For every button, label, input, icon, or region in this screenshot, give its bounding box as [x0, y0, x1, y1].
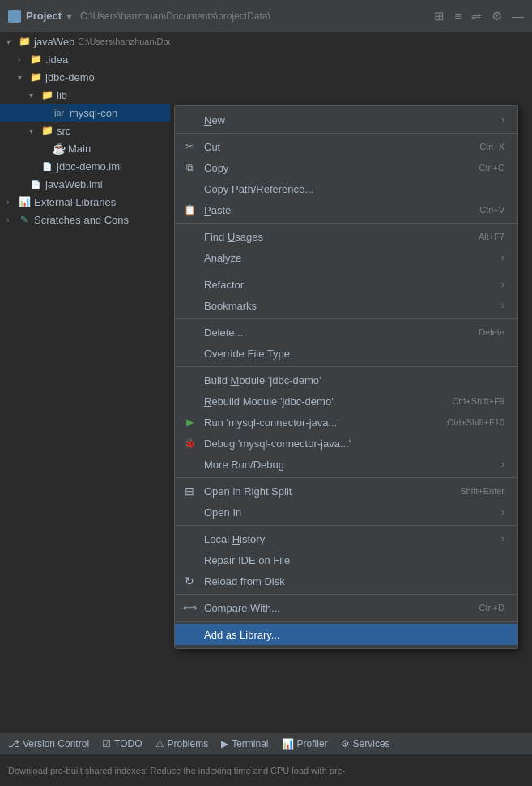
menu-label-find-usages: Find Usages	[204, 231, 479, 243]
settings-icon[interactable]: ⚙	[492, 9, 502, 23]
status-services[interactable]: ⚙ Services	[341, 738, 390, 750]
tree-path-javaWeb: C:\Users\hanzhuan\Documents\projectData\	[78, 36, 170, 46]
tree-item-mysql-con[interactable]: jar mysql-con	[0, 104, 170, 122]
menu-item-copy-path[interactable]: Copy Path/Reference...	[175, 178, 517, 199]
folder-icon-idea: 📁	[29, 53, 42, 66]
tree-label-javaweb-iml: javaWeb.iml	[45, 178, 103, 190]
tree-item-jdbc-demo[interactable]: ▾ 📁 jdbc-demo	[0, 68, 170, 86]
delete-icon	[183, 326, 196, 339]
menu-label-repair-ide: Repair IDE on File	[204, 554, 504, 566]
menu-item-add-library[interactable]: Add as Library...	[175, 624, 517, 645]
status-terminal[interactable]: ▶ Terminal	[221, 738, 268, 750]
local-history-icon	[183, 532, 196, 545]
menu-item-repair-ide[interactable]: Repair IDE on File	[175, 549, 517, 570]
arrow-src: ▾	[29, 126, 40, 135]
menu-item-compare[interactable]: ⟺ Compare With... Ctrl+D	[175, 597, 517, 618]
sep-3	[175, 271, 517, 271]
arrow-right-open-in: ›	[501, 506, 504, 518]
project-panel: ▾ 📁 javaWeb C:\Users\hanzhuan\Documents\…	[0, 32, 170, 786]
menu-item-cut[interactable]: ✂ Cut Ctrl+X	[175, 136, 517, 157]
split-icon[interactable]: ⇌	[471, 9, 482, 23]
menu-item-copy[interactable]: ⧉ Copy Ctrl+C	[175, 157, 517, 178]
menu-item-bookmarks[interactable]: Bookmarks ›	[175, 295, 517, 316]
status-problems[interactable]: ⚠ Problems	[155, 738, 209, 750]
menu-item-debug[interactable]: 🐞 Debug 'mysql-connector-java...'	[175, 433, 517, 454]
sep-5	[175, 366, 517, 367]
menu-label-more-run: More Run/Debug	[204, 459, 501, 471]
minimize-icon[interactable]: —	[512, 9, 524, 23]
tree-item-lib[interactable]: ▾ 📁 lib	[0, 86, 170, 104]
menu-label-local-history: Local History	[204, 533, 501, 545]
todo-icon: ☑	[102, 738, 111, 750]
vc-icon: ⎇	[8, 738, 19, 750]
title-bar-controls: ⊞ ≡ ⇌ ⚙ —	[434, 9, 524, 23]
tree-item-idea[interactable]: › 📁 .idea	[0, 50, 170, 68]
arrow-right-analyze: ›	[501, 252, 504, 263]
tree-item-src[interactable]: ▾ 📁 src	[0, 122, 170, 139]
menu-item-run[interactable]: ▶ Run 'mysql-connector-java...' Ctrl+Shi…	[175, 412, 517, 433]
shortcut-compare: Ctrl+D	[479, 603, 504, 613]
tree-label-scratches: Scratches and Cons	[34, 214, 129, 226]
tree-label-src: src	[57, 125, 70, 137]
menu-label-new: New	[204, 114, 501, 126]
menu-item-delete[interactable]: Delete... Delete	[175, 322, 517, 343]
services-icon: ⚙	[341, 738, 350, 750]
tree-label-jdbc-iml: jdbc-demo.iml	[57, 160, 122, 173]
menu-item-paste[interactable]: 📋 Paste Ctrl+V	[175, 199, 517, 220]
tree-item-jdbc-iml[interactable]: 📄 jdbc-demo.iml	[0, 157, 170, 175]
copy-icon: ⧉	[183, 161, 196, 174]
menu-item-reload[interactable]: ↻ Reload from Disk	[175, 570, 517, 592]
refactor-icon	[183, 278, 196, 291]
find-icon	[183, 230, 196, 243]
arrow-right-bookmarks: ›	[501, 300, 504, 311]
status-version-control[interactable]: ⎇ Version Control	[8, 738, 89, 750]
arrow-ext-lib: ›	[6, 198, 18, 207]
tree-item-main[interactable]: ☕ Main	[0, 139, 170, 157]
add-library-icon	[183, 628, 196, 641]
tree-item-scratches[interactable]: › ✎ Scratches and Cons	[0, 211, 170, 229]
iml-icon-jdbc: 📄	[40, 160, 53, 173]
tree-label-ext-lib: External Libraries	[34, 196, 116, 208]
scratch-icon: ✎	[18, 213, 31, 226]
menu-item-build-module[interactable]: Build Module 'jdbc-demo'	[175, 370, 517, 391]
title-bar-dropdown[interactable]: ▾	[66, 10, 72, 23]
menu-item-local-history[interactable]: Local History ›	[175, 528, 517, 549]
arrow-jdbc-demo: ▾	[18, 73, 29, 82]
menu-item-new[interactable]: New ›	[175, 109, 517, 130]
tree-label-mysql-con: mysql-con	[70, 107, 117, 119]
reload-icon: ↻	[183, 575, 196, 587]
shortcut-copy: Ctrl+C	[479, 163, 504, 173]
menu-label-copy: Copy	[204, 162, 479, 174]
menu-item-open-in[interactable]: Open In ›	[175, 502, 517, 523]
menu-item-rebuild-module[interactable]: Rebuild Module 'jdbc-demo' Ctrl+Shift+F9	[175, 391, 517, 412]
tree-label-idea: .idea	[45, 53, 68, 66]
menu-item-open-right[interactable]: ⊟ Open in Right Split Shift+Enter	[175, 481, 517, 502]
status-todo[interactable]: ☑ TODO	[102, 738, 142, 750]
override-icon	[183, 347, 196, 360]
menu-item-refactor[interactable]: Refactor ›	[175, 274, 517, 295]
todo-label: TODO	[114, 738, 142, 750]
align-icon[interactable]: ≡	[454, 9, 462, 23]
tree-item-javaweb-iml[interactable]: 📄 javaWeb.iml	[0, 175, 170, 193]
shortcut-run: Ctrl+Shift+F10	[447, 417, 504, 427]
layout-icon[interactable]: ⊞	[434, 9, 445, 23]
project-icon	[8, 10, 21, 23]
status-profiler[interactable]: 📊 Profiler	[282, 738, 328, 750]
open-right-icon: ⊟	[183, 485, 196, 498]
services-label: Services	[353, 738, 390, 750]
menu-item-more-run[interactable]: More Run/Debug ›	[175, 454, 517, 475]
terminal-icon: ▶	[221, 738, 228, 750]
sep-2	[175, 223, 517, 224]
problems-icon: ⚠	[155, 738, 164, 750]
iml-icon-javaweb: 📄	[29, 177, 42, 190]
menu-item-override-type[interactable]: Override File Type	[175, 343, 517, 364]
menu-label-build-module: Build Module 'jdbc-demo'	[204, 374, 504, 387]
shortcut-rebuild: Ctrl+Shift+F9	[452, 396, 504, 406]
menu-label-open-in: Open In	[204, 506, 501, 519]
more-run-icon	[183, 458, 196, 471]
tree-item-ext-lib[interactable]: › 📊 External Libraries	[0, 193, 170, 211]
menu-item-analyze[interactable]: Analyze ›	[175, 247, 517, 268]
tree-item-javaWeb[interactable]: ▾ 📁 javaWeb C:\Users\hanzhuan\Documents\…	[0, 32, 170, 50]
menu-item-find-usages[interactable]: Find Usages Alt+F7	[175, 226, 517, 247]
tree-label-javaWeb: javaWeb	[34, 36, 74, 48]
